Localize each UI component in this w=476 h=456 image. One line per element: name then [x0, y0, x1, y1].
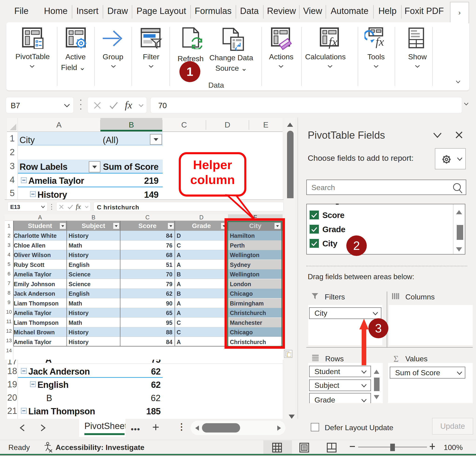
svg-text:fx: fx — [329, 35, 338, 49]
svg-text:fx: fx — [376, 35, 384, 48]
